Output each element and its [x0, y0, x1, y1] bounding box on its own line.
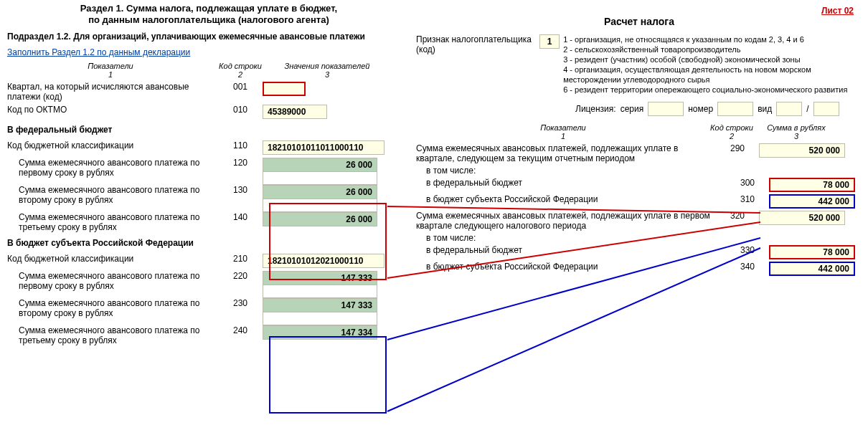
input-120[interactable]: 26 000 — [263, 158, 377, 172]
number-label: номер — [688, 104, 713, 114]
gap — [263, 285, 377, 298]
col-header-indicator: Показатели1 — [7, 62, 218, 79]
include-label: в том числе: — [416, 233, 862, 243]
row-label: в бюджет субъекта Российской Федерации — [416, 194, 726, 204]
input-330[interactable]: 78 000 — [769, 245, 855, 259]
taxpayer-sign-label: Признак налогоплательщика (код) — [416, 34, 539, 54]
sheet-02-label: Лист 02 — [821, 6, 854, 16]
row-code: 310 — [726, 194, 769, 204]
row-code: 130 — [218, 185, 263, 195]
license-row: Лицензия: серия номер вид / — [416, 102, 862, 116]
input-001[interactable] — [263, 82, 306, 96]
row-label: Код по ОКТМО — [7, 105, 218, 115]
type-input-2[interactable] — [813, 102, 839, 116]
row-code: 290 — [716, 143, 759, 153]
row-label: Код бюджетной классификации — [7, 140, 218, 150]
row-001: Квартал, на который исчисляются авансовы… — [7, 82, 410, 102]
row-120: Сумма ежемесячного авансового платежа по… — [7, 158, 410, 185]
input-230[interactable]: 147 333 — [263, 298, 377, 312]
series-input[interactable] — [648, 102, 684, 116]
row-330: в федеральный бюджет 330 78 000 — [416, 245, 862, 259]
row-label: Сумма ежемесячного авансового платежа по… — [7, 185, 218, 205]
section-title: Раздел 1. Сумма налога, подлежащая уплат… — [7, 3, 410, 26]
row-240: Сумма ежемесячного авансового платежа по… — [7, 325, 410, 345]
series-label: серия — [621, 104, 644, 114]
regional-advances-block: Сумма ежемесячного авансового платежа по… — [7, 271, 410, 345]
row-140: Сумма ежемесячного авансового платежа по… — [7, 212, 410, 232]
row-290: Сумма ежемесячных авансовых платежей, по… — [416, 143, 862, 163]
input-220[interactable]: 147 333 — [263, 271, 377, 285]
row-label: в федеральный бюджет — [416, 178, 726, 188]
input-310[interactable]: 442 000 — [769, 194, 855, 209]
taxpayer-sign-desc: 1 - организация, не относящаяся к указан… — [563, 34, 862, 95]
include-label: в том числе: — [416, 166, 862, 176]
subsection-title: Подраздел 1.2. Для организаций, уплачива… — [7, 32, 410, 42]
input-010[interactable]: 45389000 — [263, 105, 327, 119]
row-code: 210 — [218, 254, 263, 264]
row-320: Сумма ежемесячных авансовых платежей, по… — [416, 211, 862, 231]
row-label: в бюджет субъекта Российской Федерации — [416, 262, 726, 272]
row-code: 220 — [218, 271, 263, 281]
row-230: Сумма ежемесячного авансового платежа по… — [7, 298, 410, 325]
row-label: Сумма ежемесячного авансового платежа по… — [7, 271, 218, 291]
input-210[interactable]: 18210101012021000110 — [263, 254, 385, 268]
row-340: в бюджет субъекта Российской Федерации 3… — [416, 262, 862, 276]
gap — [263, 172, 377, 185]
input-290[interactable]: 520 000 — [759, 143, 845, 158]
calc-title: Расчет налога — [416, 16, 862, 27]
federal-advances-block: Сумма ежемесячного авансового платежа по… — [7, 158, 410, 232]
row-label: Сумма ежемесячных авансовых платежей, по… — [416, 211, 716, 231]
row-code: 001 — [218, 82, 263, 92]
gap — [263, 199, 377, 212]
row-110: Код бюджетной классификации 110 18210101… — [7, 140, 410, 155]
row-label: Сумма ежемесячного авансового платежа по… — [7, 158, 218, 178]
tax-form-page: Раздел 1. Сумма налога, подлежащая уплат… — [0, 0, 868, 430]
row-label: Код бюджетной классификации — [7, 254, 218, 264]
row-label: Сумма ежемесячного авансового платежа по… — [7, 325, 218, 345]
section-1-panel: Раздел 1. Сумма налога, подлежащая уплат… — [7, 3, 410, 348]
license-label: Лицензия: — [575, 104, 616, 114]
row-220: Сумма ежемесячного авансового платежа по… — [7, 271, 410, 298]
row-code: 300 — [726, 178, 769, 188]
fill-section-link[interactable]: Заполнить Раздел 1.2 по данным деклараци… — [7, 47, 410, 57]
sheet-02-panel: Лист 02 Расчет налога Признак налогоплат… — [416, 3, 862, 278]
input-130[interactable]: 26 000 — [263, 185, 377, 199]
input-340[interactable]: 442 000 — [769, 262, 855, 276]
row-code: 230 — [218, 298, 263, 308]
section-federal: В федеральный бюджет — [7, 125, 410, 135]
section-regional: В бюджет субъекта Российской Федерации — [7, 238, 410, 248]
row-010: Код по ОКТМО 010 45389000 — [7, 105, 410, 119]
col-header-value: Значения показателей3 — [263, 62, 392, 79]
taxpayer-sign-row: Признак налогоплательщика (код) 1 1 - ор… — [416, 34, 862, 95]
row-label: Квартал, на который исчисляются авансовы… — [7, 82, 218, 102]
input-320[interactable]: 520 000 — [759, 211, 845, 225]
input-140[interactable]: 26 000 — [263, 212, 377, 226]
type-label: вид — [758, 104, 772, 114]
row-210: Код бюджетной классификации 210 18210101… — [7, 254, 410, 268]
row-label: в федеральный бюджет — [416, 245, 726, 255]
input-300[interactable]: 78 000 — [769, 178, 855, 192]
row-label: Сумма ежемесячных авансовых платежей, по… — [416, 143, 716, 163]
row-130: Сумма ежемесячного авансового платежа по… — [7, 185, 410, 212]
row-code: 140 — [218, 212, 263, 222]
row-310: в бюджет субъекта Российской Федерации 3… — [416, 194, 862, 209]
input-110[interactable]: 18210101011011000110 — [263, 140, 385, 155]
type-input-1[interactable] — [776, 102, 802, 116]
taxpayer-sign-input[interactable]: 1 — [539, 34, 560, 49]
row-label: Сумма ежемесячного авансового платежа по… — [7, 212, 218, 232]
input-240[interactable]: 147 334 — [263, 325, 377, 340]
row-label: Сумма ежемесячного авансового платежа по… — [7, 298, 218, 318]
row-code: 340 — [726, 262, 769, 272]
gap — [263, 312, 377, 325]
number-input[interactable] — [717, 102, 753, 116]
row-code: 010 — [218, 105, 263, 115]
row-code: 120 — [218, 158, 263, 168]
slash: / — [806, 104, 808, 114]
col-header-code: Код строки2 — [218, 62, 263, 79]
row-300: в федеральный бюджет 300 78 000 — [416, 178, 862, 192]
row-code: 320 — [716, 211, 759, 221]
row-code: 330 — [726, 245, 769, 255]
row-code: 240 — [218, 325, 263, 335]
row-code: 110 — [218, 140, 263, 150]
right-col-headers: Показатели1 Код строки2 Сумма в рублях3 — [416, 123, 862, 140]
